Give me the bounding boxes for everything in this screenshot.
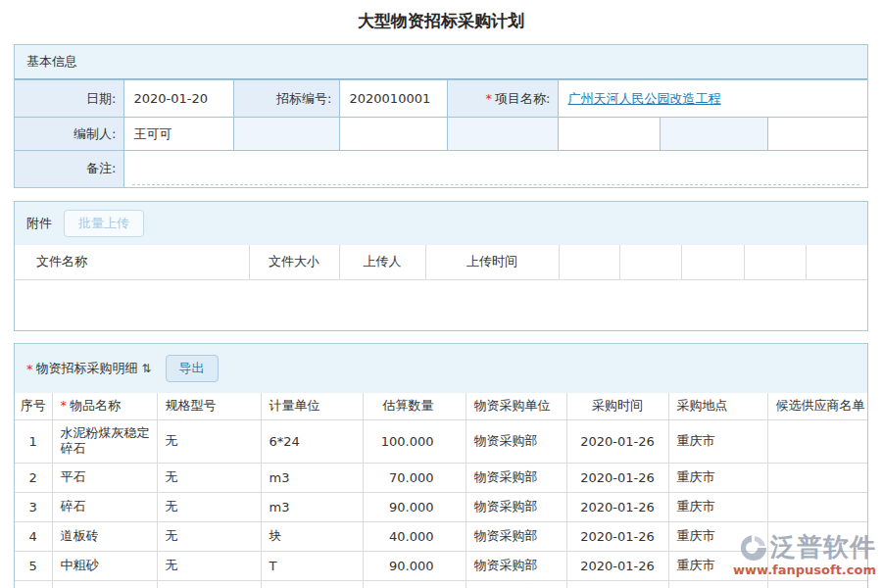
empty-cell (233, 118, 339, 151)
attachments-col-header-empty (681, 245, 744, 280)
basic-info-row-2: 编制人: 王可可 (15, 118, 867, 151)
page: 大型物资招标采购计划 基本信息 日期: 2020-01-20 招标编号: 202… (0, 0, 882, 588)
detail-cell: 物资采购部 (466, 521, 566, 551)
attachments-col-header-empty (619, 245, 681, 280)
detail-cell: 2 (15, 463, 52, 492)
detail-cell: 无 (157, 492, 261, 521)
detail-cell: 1 (15, 419, 52, 463)
attachments-title: 附件 (26, 215, 52, 232)
detail-cell: 物资采购部 (466, 580, 566, 588)
detail-cell: 重庆市 (668, 492, 767, 521)
detail-cell: 重庆市 (668, 551, 767, 580)
detail-cell: 水泥粉煤灰稳定碎石 (52, 419, 157, 463)
detail-col-header: 采购时间 (566, 393, 668, 419)
empty-cell (447, 118, 558, 151)
remark-value (123, 151, 867, 187)
detail-row: 3碎石无m390.000物资采购部2020-01-26重庆市 (15, 492, 867, 521)
detail-cell: 重庆市 (668, 463, 767, 492)
detail-cell: 2020-01-26 (566, 463, 668, 492)
detail-cell: 无 (157, 419, 261, 463)
detail-cell: 6 (15, 580, 52, 588)
detail-row: 6砼管无根90.000物资采购部2020-01-26重庆市 (15, 580, 867, 588)
detail-cell: 无 (157, 580, 261, 588)
attachments-col-header-empty (559, 245, 619, 280)
detail-cell: 物资采购部 (466, 419, 566, 463)
author-label: 编制人: (15, 118, 123, 151)
project-link[interactable]: 广州天河人民公园改造工程 (568, 91, 721, 106)
detail-col-header: 候选供应商名单 (767, 393, 867, 419)
basic-info-table: 日期: 2020-01-20 招标编号: 2020010001 *项目名称: 广… (15, 79, 867, 187)
required-asterisk: * (26, 362, 33, 376)
empty-cell (558, 118, 660, 151)
attachments-col-header: 文件名称 (15, 245, 249, 280)
basic-info-row-1: 日期: 2020-01-20 招标编号: 2020010001 *项目名称: 广… (15, 80, 867, 118)
detail-col-header: 采购地点 (668, 393, 767, 419)
detail-row: 4道板砖无块40.000物资采购部2020-01-26重庆市 (15, 521, 867, 551)
detail-cell: 2020-01-26 (566, 580, 668, 588)
detail-cell: 物资采购部 (466, 463, 566, 492)
detail-cell: 2020-01-26 (566, 551, 668, 580)
detail-header: * 物资招标采购明细 ⇅ 导出 (15, 344, 867, 393)
detail-col-header: 序号 (15, 393, 52, 419)
detail-cell: 无 (157, 521, 261, 551)
detail-cell: 5 (15, 551, 52, 580)
detail-cell: 2020-01-26 (566, 521, 668, 551)
detail-title: 物资招标采购明细 (36, 360, 138, 377)
attachments-table: 文件名称文件大小上传人上传时间 (15, 245, 867, 281)
detail-cell: 重庆市 (668, 419, 767, 463)
bid-no-value: 2020010001 (339, 80, 447, 118)
detail-row: 1水泥粉煤灰稳定碎石无6*24100.000物资采购部2020-01-26重庆市 (15, 419, 867, 463)
attachments-col-header-empty (744, 245, 806, 280)
detail-cell: 70.000 (363, 463, 466, 492)
detail-col-header: 计量单位 (261, 393, 363, 419)
detail-cell: 中粗砂 (52, 551, 157, 580)
project-label: *项目名称: (447, 80, 558, 118)
empty-cell (767, 118, 867, 151)
detail-cell: 砼管 (52, 580, 157, 588)
detail-cell: 90.000 (363, 580, 466, 588)
attachments-empty-area (15, 280, 867, 330)
detail-col-header: 估算数量 (363, 393, 466, 419)
detail-col-header: 规格型号 (157, 393, 261, 419)
attachments-col-header: 文件大小 (249, 245, 339, 280)
detail-cell (767, 580, 867, 588)
detail-cell: 无 (157, 551, 261, 580)
detail-cell: 物资采购部 (466, 551, 566, 580)
bid-no-label: 招标编号: (233, 80, 339, 118)
attachments-section: 附件 批量上传 文件名称文件大小上传人上传时间 (14, 201, 868, 332)
project-value-cell: 广州天河人民公园改造工程 (558, 80, 867, 118)
detail-cell: 重庆市 (668, 580, 767, 588)
detail-cell: 平石 (52, 463, 157, 492)
detail-row: 5中粗砂无T90.000物资采购部2020-01-26重庆市 (15, 551, 867, 580)
detail-table: 序号*物品名称规格型号计量单位估算数量物资采购单位采购时间采购地点候选供应商名单… (15, 393, 867, 588)
detail-cell: 4 (15, 521, 52, 551)
date-label: 日期: (15, 80, 123, 118)
detail-table-header-row: 序号*物品名称规格型号计量单位估算数量物资采购单位采购时间采购地点候选供应商名单 (15, 393, 867, 419)
detail-cell: m3 (261, 463, 363, 492)
detail-cell: 90.000 (363, 492, 466, 521)
detail-cell: 2020-01-26 (566, 492, 668, 521)
batch-upload-button[interactable]: 批量上传 (64, 210, 144, 237)
basic-info-section: 基本信息 日期: 2020-01-20 招标编号: 2020010001 *项目… (14, 44, 868, 188)
basic-info-header: 基本信息 (15, 45, 867, 79)
required-asterisk: * (61, 398, 68, 413)
detail-section: * 物资招标采购明细 ⇅ 导出 序号*物品名称规格型号计量单位估算数量物资采购单… (14, 343, 868, 588)
empty-cell (339, 118, 447, 151)
sort-updown-icon[interactable]: ⇅ (142, 362, 152, 375)
attachments-col-header: 上传时间 (425, 245, 559, 280)
detail-cell: 2020-01-26 (566, 419, 668, 463)
basic-info-title: 基本信息 (26, 53, 77, 71)
export-button[interactable]: 导出 (166, 355, 219, 382)
detail-cell: 碎石 (52, 492, 157, 521)
page-title: 大型物资招标采购计划 (0, 0, 882, 44)
detail-col-header: *物品名称 (52, 393, 157, 419)
detail-cell: 3 (15, 492, 52, 521)
author-value: 王可可 (123, 118, 233, 151)
detail-cell (767, 521, 867, 551)
detail-cell (767, 463, 867, 492)
detail-cell (767, 419, 867, 463)
detail-cell: m3 (261, 492, 363, 521)
attachments-col-header-empty (806, 245, 867, 280)
empty-cell (660, 118, 767, 151)
detail-cell: 40.000 (363, 521, 466, 551)
